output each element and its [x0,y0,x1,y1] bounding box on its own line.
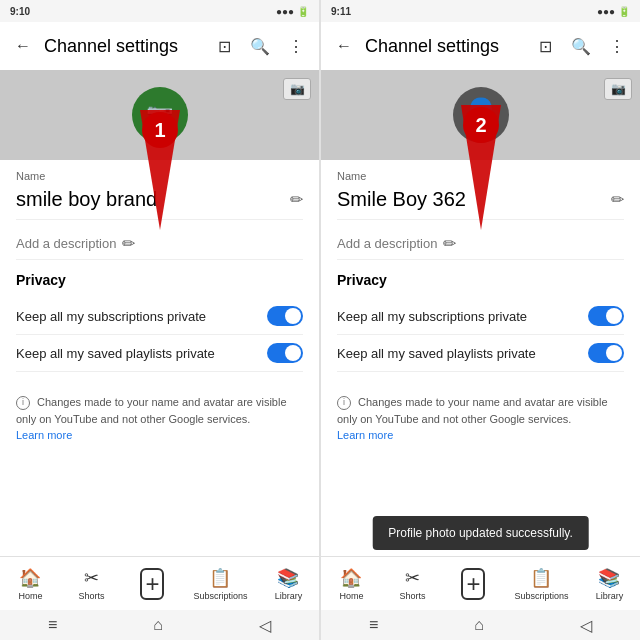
desc-row-1[interactable]: Add a description ✏ [16,228,303,260]
content-1: Name smile boy brand ✏ Add a description… [0,160,319,556]
sys-back-icon-1: ◁ [259,616,271,635]
subscriptions-icon-2: 📋 [530,567,552,589]
nav-add-1[interactable]: + [132,568,172,600]
home-label-2: Home [339,591,363,601]
nav-shorts-1[interactable]: ✂ Shorts [71,567,111,601]
toast-text: Profile photo updated successfully. [388,526,573,540]
banner-1[interactable]: 📷 📷 [0,70,319,160]
search-icon-1[interactable]: 🔍 [249,35,271,57]
nav-subscriptions-1[interactable]: 📋 Subscriptions [193,567,247,601]
library-icon-1: 📚 [277,567,299,589]
desc-placeholder-1: Add a description [16,236,116,251]
desc-edit-icon-2[interactable]: ✏ [443,234,456,253]
name-label-2: Name [337,170,624,182]
toggle-playlists-2[interactable] [588,343,624,363]
info-icon-1: i [16,396,30,410]
nav-add-2[interactable]: + [453,568,493,600]
status-bar-2: 9:11 ●●● 🔋 [321,0,640,22]
banner-edit-icon-1[interactable]: 📷 [283,78,311,100]
avatar-emoji-2: 👤 [461,96,501,134]
name-row-1: smile boy brand ✏ [16,184,303,220]
toggle-subscriptions-1[interactable] [267,306,303,326]
privacy-row-2-2: Keep all my saved playlists private [337,335,624,372]
desc-row-2[interactable]: Add a description ✏ [337,228,624,260]
cast-icon-2[interactable]: ⊡ [534,35,556,57]
banner-edit-icon-2[interactable]: 📷 [604,78,632,100]
panel-1: 9:10 ●●● 🔋 ← Channel settings ⊡ 🔍 ⋮ 📷 📷 … [0,0,319,640]
nav-home-2[interactable]: 🏠 Home [331,567,371,601]
privacy-row-2-1: Keep all my subscriptions private [337,298,624,335]
privacy-row-1-1: Keep all my subscriptions private [16,298,303,335]
learn-more-2[interactable]: Learn more [337,429,393,441]
home-icon-2: 🏠 [340,567,362,589]
name-label-1: Name [16,170,303,182]
privacy-row-1-2: Keep all my saved playlists private [16,335,303,372]
status-icons-2: ●●● 🔋 [597,6,630,17]
privacy-section-2: Privacy Keep all my subscriptions privat… [337,272,624,372]
info-text-1: Changes made to your name and avatar are… [16,396,287,425]
info-section-1: i Changes made to your name and avatar a… [16,384,303,454]
library-label-2: Library [596,591,624,601]
privacy-text-2-1: Keep all my subscriptions private [337,309,527,324]
privacy-text-2-2: Keep all my saved playlists private [337,346,536,361]
info-section-2: i Changes made to your name and avatar a… [337,384,624,454]
status-time-1: 9:10 [10,6,30,17]
avatar-camera-1[interactable]: 📷 [132,87,188,143]
learn-more-1[interactable]: Learn more [16,429,72,441]
page-title-1: Channel settings [44,36,203,57]
privacy-text-1-2: Keep all my saved playlists private [16,346,215,361]
info-text-2: Changes made to your name and avatar are… [337,396,608,425]
status-icons-1: ●●● 🔋 [276,6,309,17]
shorts-label-1: Shorts [78,591,104,601]
privacy-title-1: Privacy [16,272,303,288]
sys-menu-icon-1: ≡ [48,616,57,634]
subscriptions-icon-1: 📋 [209,567,231,589]
bottom-nav-2: 🏠 Home ✂ Shorts + 📋 Subscriptions 📚 Libr… [321,556,640,610]
sys-home-icon-2: ⌂ [474,616,484,634]
nav-subscriptions-2[interactable]: 📋 Subscriptions [514,567,568,601]
home-icon-1: 🏠 [19,567,41,589]
library-icon-2: 📚 [598,567,620,589]
avatar-2[interactable]: 👤 [453,87,509,143]
banner-2[interactable]: 👤 📷 [321,70,640,160]
toast-notification: Profile photo updated successfully. [372,516,589,550]
library-label-1: Library [275,591,303,601]
status-time-2: 9:11 [331,6,351,17]
toggle-subscriptions-2[interactable] [588,306,624,326]
content-2: Name Smile Boy 362 ✏ Add a description ✏… [321,160,640,556]
info-icon-2: i [337,396,351,410]
bottom-nav-1: 🏠 Home ✂ Shorts + 📋 Subscriptions 📚 Libr… [0,556,319,610]
name-edit-icon-1[interactable]: ✏ [290,190,303,209]
shorts-icon-1: ✂ [84,567,99,589]
back-button-1[interactable]: ← [12,35,34,57]
sys-home-icon-1: ⌂ [153,616,163,634]
shorts-label-2: Shorts [399,591,425,601]
page-title-2: Channel settings [365,36,524,57]
nav-home-1[interactable]: 🏠 Home [10,567,50,601]
nav-library-1[interactable]: 📚 Library [268,567,308,601]
name-row-2: Smile Boy 362 ✏ [337,184,624,220]
nav-library-2[interactable]: 📚 Library [589,567,629,601]
name-edit-icon-2[interactable]: ✏ [611,190,624,209]
more-icon-1[interactable]: ⋮ [285,35,307,57]
nav-shorts-2[interactable]: ✂ Shorts [392,567,432,601]
channel-name-2: Smile Boy 362 [337,188,466,211]
cast-icon-1[interactable]: ⊡ [213,35,235,57]
sys-menu-icon-2: ≡ [369,616,378,634]
subscriptions-label-1: Subscriptions [193,591,247,601]
shorts-icon-2: ✂ [405,567,420,589]
top-bar-1: ← Channel settings ⊡ 🔍 ⋮ [0,22,319,70]
desc-placeholder-2: Add a description [337,236,437,251]
top-icons-2: ⊡ 🔍 ⋮ [534,35,628,57]
desc-edit-icon-1[interactable]: ✏ [122,234,135,253]
channel-name-1: smile boy brand [16,188,157,211]
back-button-2[interactable]: ← [333,35,355,57]
toggle-playlists-1[interactable] [267,343,303,363]
search-icon-2[interactable]: 🔍 [570,35,592,57]
top-bar-2: ← Channel settings ⊡ 🔍 ⋮ [321,22,640,70]
add-icon-2: + [461,568,485,600]
more-icon-2[interactable]: ⋮ [606,35,628,57]
home-label-1: Home [18,591,42,601]
privacy-section-1: Privacy Keep all my subscriptions privat… [16,272,303,372]
subscriptions-label-2: Subscriptions [514,591,568,601]
